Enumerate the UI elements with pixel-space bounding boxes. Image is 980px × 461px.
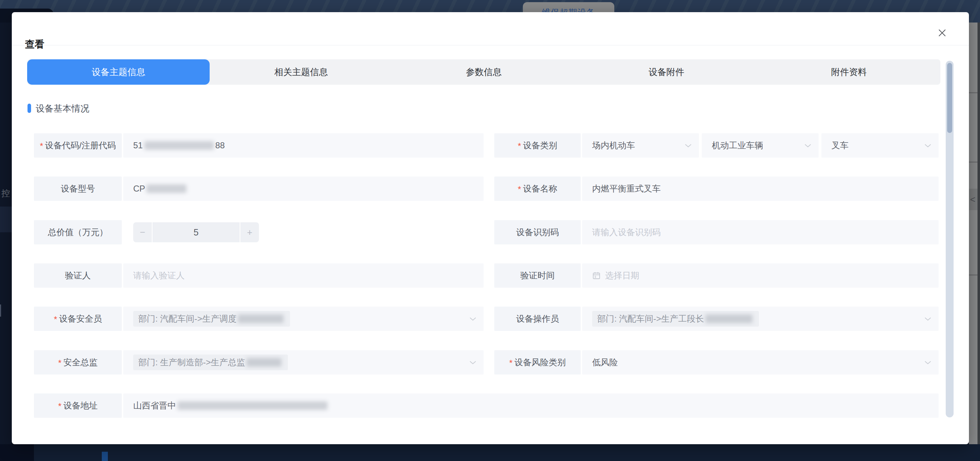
chip-text: 部门: 汽配车间->生产调度 <box>138 313 236 324</box>
label-text: 设备代码/注册代码 <box>40 140 116 151</box>
chevron-down-icon <box>685 144 692 148</box>
safety-officer-label: 设备安全员 <box>34 306 122 331</box>
form-row-2: 设备型号 CP 设备名称 内燃平衡重式叉车 <box>12 177 969 201</box>
label-text: 设备型号 <box>61 183 95 195</box>
chevron-down-icon <box>469 361 476 365</box>
device-code-label: 设备代码/注册代码 <box>34 133 122 158</box>
tab-parameter-info[interactable]: 参数信息 <box>393 59 575 85</box>
redacted-text <box>247 358 282 367</box>
device-category-select-level1[interactable]: 场内机动车 <box>582 133 699 158</box>
device-code-input[interactable]: 5188 <box>123 133 484 158</box>
chip-text: 部门: 汽配车间->生产工段长 <box>597 313 704 324</box>
form-row-1: 设备代码/注册代码 5188 设备类别 场内机动车 机动工业车辆 叉车 <box>12 133 969 158</box>
value-text: 51 <box>133 140 143 150</box>
value-text: 山西省晋中 <box>133 400 176 412</box>
placeholder-text: 选择日期 <box>605 270 639 281</box>
label-text: 验证人 <box>65 270 91 281</box>
tab-attachment-materials[interactable]: 附件资料 <box>758 59 940 85</box>
close-icon[interactable] <box>935 26 949 40</box>
verify-time-datepicker[interactable]: 选择日期 <box>582 263 939 288</box>
device-category-label: 设备类别 <box>494 133 581 158</box>
device-category-select-level2[interactable]: 机动工业车辆 <box>702 133 819 158</box>
label-text: 设备地址 <box>58 400 97 412</box>
section-accent-bar <box>27 104 31 113</box>
verify-time-label: 验证时间 <box>494 263 581 288</box>
value-text: CP <box>133 184 145 194</box>
redacted-text <box>238 314 283 323</box>
label-text: 设备风险类别 <box>509 357 566 368</box>
stepper-increase-button[interactable]: + <box>240 222 259 242</box>
selected-person-chip: 部门: 汽配车间->生产调度 <box>133 311 290 327</box>
dialog-tab-bar: 设备主题信息 相关主题信息 参数信息 设备附件 附件资料 <box>27 59 940 85</box>
value-text: 内燃平衡重式叉车 <box>592 183 661 195</box>
device-operator-label: 设备操作员 <box>494 306 581 331</box>
selected-value: 叉车 <box>831 140 849 151</box>
device-operator-select[interactable]: 部门: 汽配车间->生产工段长 <box>582 306 939 331</box>
scrollbar-thumb[interactable] <box>947 63 952 133</box>
redacted-text <box>146 184 186 193</box>
risk-category-select[interactable]: 低风险 <box>582 350 939 375</box>
selected-value: 低风险 <box>592 357 618 368</box>
total-value-cell: − 5 + <box>123 220 484 244</box>
form-row-4: 验证人 请输入验证人 验证时间 选择日期 <box>12 263 969 288</box>
device-id-code-label: 设备识别码 <box>494 220 581 244</box>
device-address-input[interactable]: 山西省晋中 <box>123 394 939 418</box>
header-divider <box>12 45 969 45</box>
selected-person-chip: 部门: 汽配车间->生产工段长 <box>592 311 759 327</box>
device-category-select-level3[interactable]: 叉车 <box>821 133 939 158</box>
stepper-value[interactable]: 5 <box>153 222 240 242</box>
chevron-down-icon <box>469 317 476 321</box>
stepper-decrease-button[interactable]: − <box>133 222 152 242</box>
label-text: 设备安全员 <box>54 313 102 324</box>
verifier-input[interactable]: 请输入验证人 <box>123 263 484 288</box>
chevron-down-icon <box>924 144 931 148</box>
device-address-label: 设备地址 <box>34 394 122 418</box>
redacted-text <box>144 141 214 150</box>
total-value-stepper[interactable]: − 5 + <box>133 222 259 242</box>
label-text: 验证时间 <box>520 270 555 281</box>
redacted-text <box>178 401 328 410</box>
tab-related-subject-info[interactable]: 相关主题信息 <box>210 59 392 85</box>
calendar-icon <box>592 271 601 280</box>
device-model-input[interactable]: CP <box>123 177 484 201</box>
section-header: 设备基本情况 <box>27 103 89 113</box>
label-text: 设备类别 <box>518 140 557 151</box>
label-text: 设备操作员 <box>516 313 559 324</box>
selected-value: 场内机动车 <box>592 140 635 151</box>
modal-scrollbar[interactable] <box>946 61 954 417</box>
dialog-title: 查看 <box>25 38 44 51</box>
device-id-code-input[interactable]: 请输入设备识别码 <box>582 220 939 244</box>
label-text: 设备名称 <box>518 183 557 195</box>
selected-value: 机动工业车辆 <box>712 140 763 151</box>
form-row-3: 总价值（万元） − 5 + 设备识别码 请输入设备识别码 <box>12 220 969 244</box>
screen: 首页 维保计划 维保任务 维保单查询 需审核维保单 维保超期设备 控 < 查看 … <box>0 0 980 461</box>
tab-device-subject-info[interactable]: 设备主题信息 <box>27 59 210 85</box>
device-name-input[interactable]: 内燃平衡重式叉车 <box>582 177 939 201</box>
value-text: 88 <box>215 140 225 150</box>
section-title: 设备基本情况 <box>36 102 89 114</box>
chip-text: 部门: 生产制造部->生产总监 <box>138 357 245 368</box>
total-value-label: 总价值（万元） <box>34 220 122 244</box>
safety-director-select[interactable]: 部门: 生产制造部->生产总监 <box>123 350 484 375</box>
device-model-label: 设备型号 <box>34 177 122 201</box>
chevron-down-icon <box>924 361 931 365</box>
label-text: 安全总监 <box>58 357 97 368</box>
form-row-5: 设备安全员 部门: 汽配车间->生产调度 设备操作员 部门: 汽配车间->生产工… <box>12 306 969 331</box>
safety-officer-select[interactable]: 部门: 汽配车间->生产调度 <box>123 306 484 331</box>
label-text: 总价值（万元） <box>48 227 108 238</box>
risk-category-label: 设备风险类别 <box>494 350 581 375</box>
placeholder-text: 请输入验证人 <box>133 270 185 281</box>
safety-director-label: 安全总监 <box>34 350 122 375</box>
chevron-down-icon <box>924 317 931 321</box>
placeholder-text: 请输入设备识别码 <box>592 227 661 238</box>
chevron-down-icon <box>804 144 811 148</box>
label-text: 设备识别码 <box>516 227 559 238</box>
device-name-label: 设备名称 <box>494 177 581 201</box>
selected-person-chip: 部门: 生产制造部->生产总监 <box>133 354 288 370</box>
form-row-6: 安全总监 部门: 生产制造部->生产总监 设备风险类别 低风险 <box>12 350 969 375</box>
tab-device-attachments[interactable]: 设备附件 <box>575 59 757 85</box>
form-row-7: 设备地址 山西省晋中 <box>12 394 969 418</box>
verifier-label: 验证人 <box>34 263 122 288</box>
redacted-text <box>705 314 752 323</box>
view-dialog: 查看 设备主题信息 相关主题信息 参数信息 设备附件 附件资料 设备基本情况 设… <box>12 12 969 444</box>
